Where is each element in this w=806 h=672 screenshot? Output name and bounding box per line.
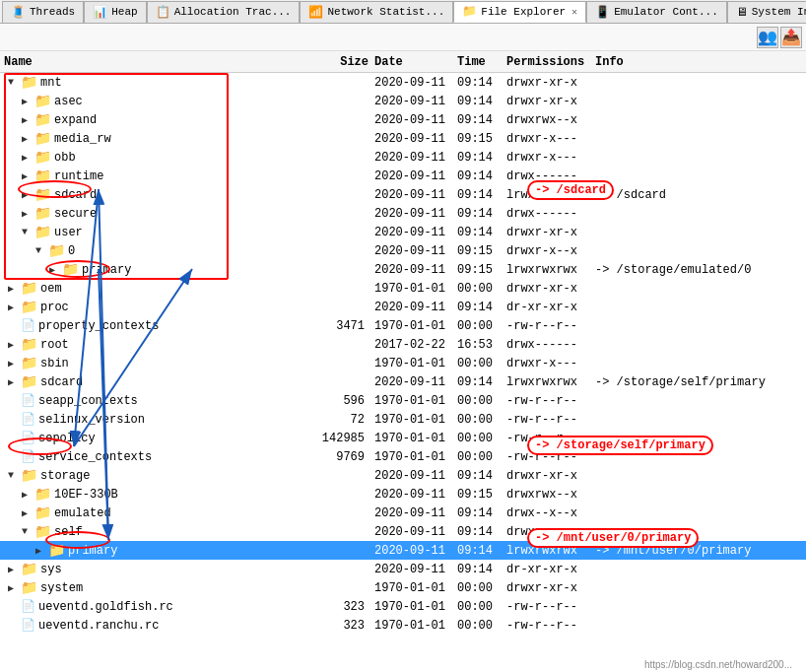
file-permissions: lrwxrwxrwx xyxy=(506,375,595,389)
table-row[interactable]: 📄ueventd.ranchu.rc3231970-01-0100:00-rw-… xyxy=(0,616,806,635)
file-name-label: oem xyxy=(40,282,62,296)
table-row[interactable]: 📄seapp_contexts5961970-01-0100:00-rw-r--… xyxy=(0,391,806,410)
expand-icon[interactable]: ▶ xyxy=(49,264,59,276)
expand-icon[interactable]: ▶ xyxy=(22,507,32,519)
table-row[interactable]: ▶📁sdcard2020-09-1109:14lrwxrwxrwx-> /sto… xyxy=(0,372,806,391)
toolbar-btn-2[interactable]: 📤 xyxy=(780,27,802,48)
table-row[interactable]: ▶📁asec2020-09-1109:14drwxr-xr-x xyxy=(0,92,806,110)
file-icon: 📄 xyxy=(21,412,35,427)
table-row[interactable]: ▼📁02020-09-1109:15drwxr-x--x xyxy=(0,241,806,260)
toolbar-btn-1[interactable]: 👥 xyxy=(757,27,778,48)
folder-icon: 📁 xyxy=(34,523,51,540)
expand-icon[interactable]: ▶ xyxy=(22,489,32,501)
sysinfo-icon: 🖥 xyxy=(736,5,748,20)
table-row[interactable]: ▼📁self2020-09-1109:14drwxr-xr-x xyxy=(0,522,806,541)
expand-icon[interactable]: ▶ xyxy=(8,376,18,388)
expand-icon[interactable]: ▼ xyxy=(22,526,32,537)
expand-icon[interactable]: ▶ xyxy=(8,339,18,351)
table-row[interactable]: ▶📁sbin1970-01-0100:00drwxr-x--- xyxy=(0,354,806,372)
tab-fileexplorer[interactable]: 📁 File Explorer ✕ xyxy=(453,1,586,23)
expand-icon[interactable]: ▼ xyxy=(8,77,18,88)
col-date-header: Date xyxy=(369,55,457,69)
table-row[interactable]: ▶📁primary2020-09-1109:15lrwxrwxrwx-> /st… xyxy=(0,260,806,279)
file-date: 2020-09-11 xyxy=(369,488,457,502)
table-row[interactable]: 📄sepolicy1429851970-01-0100:00-rw-r--r-- xyxy=(0,429,806,447)
file-date: 2020-09-11 xyxy=(369,188,457,202)
tab-threads[interactable]: 🧵 Threads xyxy=(2,1,84,23)
expand-icon[interactable]: ▼ xyxy=(35,245,45,256)
table-row[interactable]: ▶📁expand2020-09-1109:14drwxrwx--x xyxy=(0,110,806,129)
tab-emulator[interactable]: 📱 Emulator Cont... xyxy=(586,1,727,23)
table-row[interactable]: 📄property_contexts34711970-01-0100:00-rw… xyxy=(0,316,806,335)
file-permissions: drwx------ xyxy=(506,207,595,221)
file-list[interactable]: ▼📁mnt2020-09-1109:14drwxr-xr-x▶📁asec2020… xyxy=(0,73,806,672)
col-time-header: Time xyxy=(457,55,506,69)
table-row[interactable]: ▶📁obb2020-09-1109:14drwxr-x--- xyxy=(0,148,806,167)
table-row[interactable]: ▼📁mnt2020-09-1109:14drwxr-xr-x xyxy=(0,73,806,92)
expand-icon[interactable]: ▼ xyxy=(8,470,18,481)
table-row[interactable]: ▶📁sdcard2020-09-1109:14lrwxrwxrwx-> /sdc… xyxy=(0,185,806,204)
expand-icon[interactable]: ▶ xyxy=(8,564,18,575)
expand-icon[interactable]: ▶ xyxy=(8,283,18,295)
file-time: 09:14 xyxy=(457,563,506,576)
file-date: 2020-09-11 xyxy=(369,469,457,483)
file-permissions: -rw-r--r-- xyxy=(506,619,595,633)
table-row[interactable]: ▼📁user2020-09-1109:14drwxr-xr-x xyxy=(0,223,806,241)
file-permissions: drwxr-xr-x xyxy=(506,95,595,108)
tab-sysinfo[interactable]: 🖥 System Inform... xyxy=(727,1,806,23)
file-size: 323 xyxy=(300,619,369,633)
expand-icon[interactable]: ▶ xyxy=(8,302,18,313)
file-date: 1970-01-01 xyxy=(369,282,457,296)
file-name-label: sbin xyxy=(40,357,69,370)
file-icon: 📄 xyxy=(21,318,35,333)
table-row[interactable]: ▶📁runtime2020-09-1109:14drwx------ xyxy=(0,167,806,185)
tab-network[interactable]: 📶 Network Statist... xyxy=(300,1,453,23)
table-row[interactable]: ▶📁media_rw2020-09-1109:15drwxr-x--- xyxy=(0,129,806,148)
expand-icon[interactable]: ▶ xyxy=(8,358,18,370)
table-row[interactable]: ▼📁storage2020-09-1109:14drwxr-xr-x xyxy=(0,466,806,485)
table-row[interactable]: ▶📁secure2020-09-1109:14drwx------ xyxy=(0,204,806,223)
table-row[interactable]: ▶📁sys2020-09-1109:14dr-xr-xr-x xyxy=(0,560,806,578)
file-date: 2020-09-11 xyxy=(369,113,457,127)
file-time: 09:15 xyxy=(457,132,506,146)
heap-icon: 📊 xyxy=(93,5,107,20)
expand-icon[interactable]: ▶ xyxy=(35,545,45,557)
table-row[interactable]: ▶📁system1970-01-0100:00drwxr-xr-x xyxy=(0,578,806,597)
folder-icon: 📁 xyxy=(48,542,65,559)
expand-icon[interactable]: ▶ xyxy=(8,582,18,594)
table-row[interactable]: ▶📁emulated2020-09-1109:14drwx--x--x xyxy=(0,504,806,522)
table-row[interactable]: 📄service_contexts97691970-01-0100:00-rw-… xyxy=(0,447,806,466)
table-row[interactable]: ▶📁oem1970-01-0100:00drwxr-xr-x xyxy=(0,279,806,298)
file-name-label: expand xyxy=(54,113,97,127)
expand-icon[interactable]: ▶ xyxy=(22,96,32,107)
tab-sysinfo-label: System Inform... xyxy=(752,6,806,18)
file-date: 1970-01-01 xyxy=(369,619,457,633)
tab-fileexplorer-label: File Explorer xyxy=(481,6,566,18)
table-row[interactable]: ▶📁root2017-02-2216:53drwx------ xyxy=(0,335,806,354)
table-row[interactable]: ▶📁proc2020-09-1109:14dr-xr-xr-x xyxy=(0,298,806,316)
file-time: 09:14 xyxy=(457,525,506,539)
file-time: 09:15 xyxy=(457,263,506,277)
tab-allocation[interactable]: 📋 Allocation Trac... xyxy=(147,1,301,23)
file-permissions: drwxr-xr-x xyxy=(506,525,595,539)
expand-icon[interactable]: ▼ xyxy=(22,227,32,237)
file-date: 2020-09-11 xyxy=(369,76,457,90)
expand-icon[interactable]: ▶ xyxy=(22,133,32,145)
tab-fileexplorer-close[interactable]: ✕ xyxy=(571,6,577,18)
expand-icon[interactable]: ▶ xyxy=(22,152,32,164)
expand-icon[interactable]: ▶ xyxy=(22,170,32,182)
file-info: -> /mnt/user/0/primary xyxy=(595,544,802,558)
table-row[interactable]: ▶📁10EF-330B2020-09-1109:15drwxrwx--x xyxy=(0,485,806,504)
folder-icon: 📁 xyxy=(34,149,51,166)
table-row[interactable]: 📄ueventd.goldfish.rc3231970-01-0100:00-r… xyxy=(0,597,806,616)
expand-icon[interactable]: ▶ xyxy=(22,114,32,126)
file-permissions: drwxr-x--- xyxy=(506,357,595,370)
table-row[interactable]: ▶📁primary2020-09-1109:14lrwxrwxrwx-> /mn… xyxy=(0,541,806,560)
file-size: 596 xyxy=(300,394,369,408)
file-name-label: selinux_version xyxy=(38,413,145,427)
expand-icon[interactable]: ▶ xyxy=(22,208,32,220)
expand-icon[interactable]: ▶ xyxy=(22,189,32,201)
file-name-label: runtime xyxy=(54,169,103,183)
table-row[interactable]: 📄selinux_version721970-01-0100:00-rw-r--… xyxy=(0,410,806,429)
tab-heap[interactable]: 📊 Heap xyxy=(84,1,146,23)
